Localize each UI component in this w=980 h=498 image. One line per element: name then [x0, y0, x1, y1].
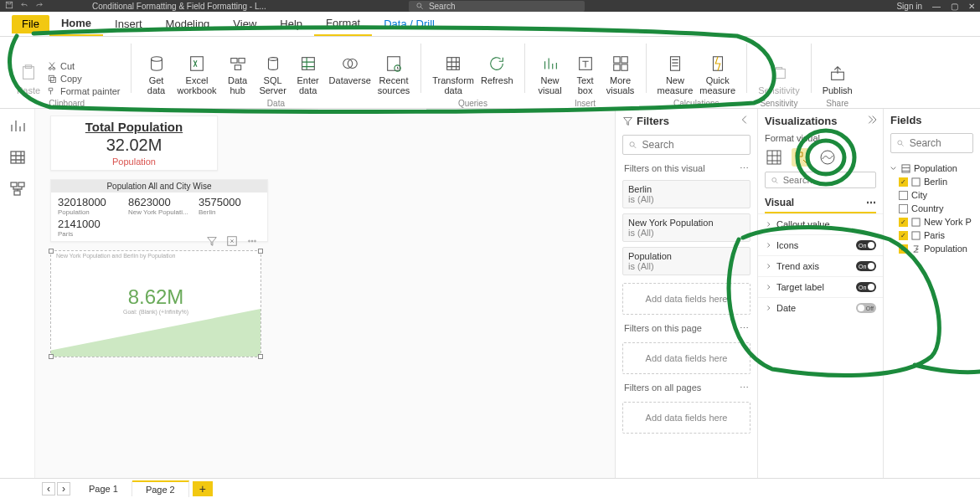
tab-file[interactable]: File — [12, 15, 49, 33]
kpi-visual[interactable]: New York Population and Berlin by Popula… — [50, 250, 261, 357]
toggle-target[interactable]: On — [856, 282, 876, 292]
filter-icon[interactable] — [206, 235, 218, 249]
recent-sources-button[interactable]: Recentsources — [375, 52, 413, 97]
format-visual-icon[interactable] — [792, 148, 810, 167]
signin-link[interactable]: Sign in — [896, 2, 922, 11]
fields-search[interactable] — [890, 133, 973, 153]
tab-format[interactable]: Format — [314, 12, 372, 36]
multirow-title: Population All and City Wise — [51, 180, 267, 193]
minimize-button[interactable]: — — [932, 2, 941, 11]
fields-title: Fields — [890, 114, 922, 126]
ribbon-group-queries: Transformdata Refresh — [425, 39, 520, 108]
field-newyork[interactable]: New York P — [887, 215, 977, 228]
page-tab-2[interactable]: Page 2 — [132, 480, 189, 497]
cut-button[interactable]: Cut — [45, 60, 122, 72]
model-view-icon[interactable] — [9, 181, 26, 198]
svg-rect-0 — [6, 2, 13, 8]
field-population[interactable]: Population — [887, 242, 977, 255]
more-visuals-button[interactable]: Morevisuals — [604, 52, 637, 97]
tab-modeling[interactable]: Modeling — [154, 12, 222, 36]
titlebar: Conditional Formatting & Field Formattin… — [0, 0, 980, 12]
get-data-button[interactable]: Getdata — [140, 52, 173, 97]
close-button[interactable]: ✕ — [968, 2, 975, 11]
add-fields-page[interactable]: Add data fields here — [622, 342, 750, 374]
field-berlin[interactable]: Berlin — [887, 175, 977, 188]
field-paris[interactable]: Paris — [887, 228, 977, 242]
svg-point-8 — [151, 57, 162, 62]
dataverse-button[interactable]: Dataverse — [327, 52, 374, 87]
row-target-label[interactable]: Target labelOn — [758, 276, 883, 297]
copy-button[interactable]: Copy — [45, 73, 122, 85]
row-trend-axis[interactable]: Trend axisOn — [758, 255, 883, 276]
new-measure-button[interactable]: Newmeasure — [655, 52, 696, 97]
svg-rect-30 — [11, 182, 17, 187]
new-visual-button[interactable]: Newvisual — [534, 52, 567, 97]
tab-view[interactable]: View — [221, 12, 268, 36]
more-options-icon[interactable] — [246, 235, 258, 249]
field-country[interactable]: Country — [887, 202, 977, 215]
data-hub-button[interactable]: Datahub — [221, 52, 255, 97]
report-view-icon[interactable] — [9, 117, 26, 134]
svg-rect-29 — [11, 151, 24, 163]
sql-server-button[interactable]: SQLServer — [256, 52, 290, 97]
undo-icon[interactable] — [20, 1, 28, 11]
add-page-button[interactable]: + — [193, 481, 213, 496]
card-total-population[interactable]: Total Population 32.02M Population — [50, 116, 218, 171]
viz-search[interactable] — [765, 172, 876, 188]
excel-workbook-button[interactable]: Excelworkbook — [175, 52, 219, 97]
page-tab-1[interactable]: Page 1 — [75, 481, 132, 496]
redo-icon[interactable] — [35, 1, 44, 11]
row-callout-value[interactable]: Callout value — [758, 213, 883, 234]
tab-home[interactable]: Home — [49, 12, 103, 36]
quick-measure-button[interactable]: Quickmeasure — [697, 52, 738, 97]
table-population[interactable]: Population — [887, 162, 977, 175]
toggle-trend[interactable]: On — [856, 261, 876, 271]
row-icons[interactable]: IconsOn — [758, 234, 883, 255]
more-icon[interactable]: ⋯ — [866, 197, 876, 208]
toggle-icons[interactable]: On — [856, 240, 876, 250]
visual-section-label[interactable]: Visual — [765, 197, 794, 208]
field-city[interactable]: City — [887, 188, 977, 202]
tab-insert[interactable]: Insert — [103, 12, 154, 36]
svg-point-34 — [249, 240, 250, 242]
format-painter-button[interactable]: Format painter — [45, 85, 122, 97]
filter-card[interactable]: Populationis (All) — [622, 247, 750, 275]
paste-button[interactable]: Paste — [12, 60, 45, 97]
collapse-filters-icon[interactable] — [739, 114, 750, 128]
tab-data-drill[interactable]: Data / Drill — [372, 12, 446, 36]
next-page-button[interactable]: › — [57, 482, 70, 495]
collapse-viz-icon[interactable] — [864, 114, 876, 128]
svg-rect-25 — [670, 57, 679, 71]
focus-icon[interactable] — [226, 235, 238, 249]
filters-search[interactable] — [622, 135, 750, 155]
prev-page-button[interactable]: ‹ — [42, 482, 55, 495]
svg-rect-46 — [912, 231, 920, 239]
tab-help[interactable]: Help — [268, 12, 314, 36]
multirow-card[interactable]: Population All and City Wise 32018000Pop… — [50, 179, 268, 242]
data-view-icon[interactable] — [9, 149, 26, 166]
save-icon[interactable] — [5, 1, 13, 11]
row-date[interactable]: DateOff — [758, 297, 883, 318]
more-icon[interactable]: ⋯ — [740, 163, 749, 174]
more-icon[interactable]: ⋯ — [740, 323, 749, 334]
report-canvas[interactable]: Total Population 32.02M Population Popul… — [35, 109, 615, 478]
sensitivity-button[interactable]: Sensitivity — [756, 62, 802, 97]
analytics-icon[interactable] — [818, 148, 837, 167]
publish-button[interactable]: Publish — [820, 62, 855, 97]
add-fields-visual[interactable]: Add data fields here — [622, 283, 750, 315]
build-visual-icon[interactable] — [765, 148, 783, 167]
filter-card[interactable]: New York Populationis (All) — [622, 213, 750, 242]
more-icon[interactable]: ⋯ — [740, 382, 749, 393]
refresh-button[interactable]: Refresh — [478, 52, 516, 87]
transform-data-button[interactable]: Transformdata — [430, 52, 477, 97]
global-search[interactable]: Search — [409, 1, 585, 12]
text-box-button[interactable]: Textbox — [569, 52, 602, 97]
page-tabs: ‹› Page 1 Page 2 + — [0, 478, 980, 498]
add-fields-all[interactable]: Add data fields here — [622, 402, 750, 434]
filter-card[interactable]: Berlinis (All) — [622, 180, 750, 208]
left-rail — [0, 109, 35, 478]
toggle-date[interactable]: Off — [856, 303, 876, 313]
maximize-button[interactable]: ▢ — [951, 2, 958, 11]
enter-data-button[interactable]: Enterdata — [291, 52, 325, 97]
window-title: Conditional Formatting & Field Formattin… — [92, 2, 266, 11]
